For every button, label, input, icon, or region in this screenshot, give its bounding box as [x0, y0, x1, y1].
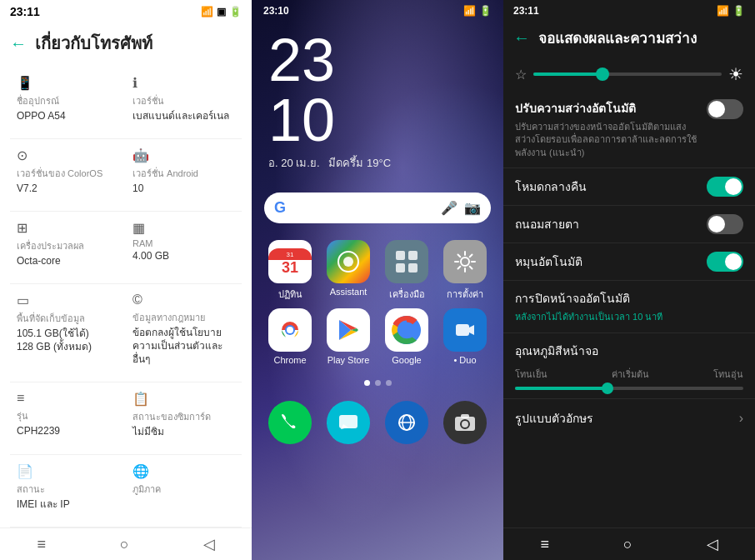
- color-temp-slider[interactable]: [515, 387, 743, 390]
- app-calendar[interactable]: 31 31 ปฏิทิน: [264, 240, 316, 302]
- info-region[interactable]: 🌐 ภูมิภาค: [126, 455, 242, 528]
- page-dots: [252, 380, 503, 386]
- about-phone-panel: 23:11 📶 ▣ 🔋 ← เกี่ยวกับโทรศัพท์ 📱 ชื่ออุ…: [0, 0, 252, 560]
- processor-value: Octa-core: [17, 255, 119, 268]
- status-label: สถานะ: [17, 482, 119, 497]
- brightness-low-icon: ☆: [515, 67, 527, 82]
- info-model[interactable]: ≡ รุ่น CPH2239: [10, 382, 126, 455]
- status-icons-2: 📶 🔋: [463, 5, 492, 17]
- phone-icon: 📱: [17, 75, 119, 91]
- auto-brightness-desc: ปรับความสว่างของหน้าจออัตโนมัติตามแสงสว่…: [515, 121, 700, 159]
- back-nav-button-1[interactable]: ◁: [203, 535, 215, 553]
- color-temp-title: อุณหภูมิสีหน้าจอ: [515, 342, 743, 360]
- info-processor[interactable]: ⊞ เครื่องประมวลผล Octa-core: [10, 212, 126, 284]
- camera-search-icon[interactable]: 📷: [464, 200, 481, 216]
- home-button-3[interactable]: ○: [623, 536, 632, 553]
- info-status[interactable]: 📄 สถานะ IMEI และ IP: [10, 455, 126, 528]
- svg-point-6: [461, 258, 469, 266]
- status-bar-2: 23:10 📶 🔋: [252, 0, 503, 22]
- status-time-1: 23:11: [10, 5, 40, 18]
- info-storage[interactable]: ▭ พื้นที่จัดเก็บข้อมูล 105.1 GB(ใช้ได้)1…: [10, 284, 126, 382]
- svg-rect-2: [396, 251, 405, 260]
- app-settings[interactable]: การตั้งค่า: [439, 240, 491, 302]
- device-name-value: OPPO A54: [17, 110, 119, 123]
- legal-label: ข้อมูลทางกฎหมาย: [132, 310, 235, 325]
- auto-brightness-toggle[interactable]: [707, 99, 743, 119]
- menu-button-1[interactable]: ≡: [37, 536, 46, 553]
- sim-label: สถานะของซิมการ์ด: [132, 409, 235, 424]
- dock-camera[interactable]: [439, 401, 491, 444]
- auto-rotate-toggle[interactable]: [707, 252, 743, 272]
- phone-icon-dock: [268, 401, 312, 444]
- status-icon-item: 📄: [17, 463, 119, 479]
- app-assistant-label: Assistant: [330, 287, 368, 297]
- status-icons-3: 📶 🔋: [717, 5, 745, 17]
- ram-icon: ▦: [132, 220, 235, 236]
- home-screen-panel: 23:10 📶 🔋 23 10 อ. 20 เม.ย. มีดครึ้ม 19°…: [252, 0, 503, 560]
- info-version[interactable]: ℹ เวอร์ชั่น เบสแบนด์และเคอร์เนล: [126, 67, 242, 139]
- info-device-name[interactable]: 📱 ชื่ออุปกรณ์ OPPO A54: [10, 67, 126, 139]
- back-nav-button-3[interactable]: ◁: [707, 535, 718, 553]
- back-button-1[interactable]: ←: [10, 34, 27, 53]
- battery-icon: 🔋: [229, 6, 242, 18]
- eye-protection-title: ถนอมสายตา: [515, 215, 707, 233]
- storage-value: 105.1 GB(ใช้ได้)128 GB (ทั้งหมด): [17, 328, 119, 353]
- dock-bar: [252, 394, 503, 451]
- chevron-right-icon: ›: [739, 411, 743, 426]
- eye-protection-toggle[interactable]: [707, 214, 743, 234]
- playstore-icon: [327, 308, 370, 352]
- svg-point-1: [343, 257, 353, 267]
- svg-rect-4: [396, 263, 405, 272]
- bottom-nav-1: ≡ ○ ◁: [0, 528, 252, 560]
- info-android[interactable]: 🤖 เวอร์ชั่น Android 10: [126, 139, 242, 212]
- app-tools[interactable]: เครื่องมือ: [381, 240, 432, 302]
- page-title-1: เกี่ยวกับโทรศัพท์: [35, 30, 152, 57]
- page-title-3: จอแสดงผลและความสว่าง: [538, 27, 697, 49]
- info-coloros[interactable]: ⊙ เวอร์ชั่นของ ColorOS V7.2: [10, 139, 126, 212]
- night-mode-toggle[interactable]: [707, 177, 743, 197]
- home-button-1[interactable]: ○: [120, 536, 129, 553]
- android-label: เวอร์ชั่น Android: [132, 166, 235, 181]
- status-time-2: 23:10: [263, 5, 289, 17]
- coloros-label: เวอร์ชั่นของ ColorOS: [17, 166, 119, 181]
- dock-browser[interactable]: [381, 401, 432, 444]
- search-bar[interactable]: G 🎤 📷: [264, 192, 491, 223]
- google-logo: G: [274, 199, 286, 217]
- app-duo[interactable]: • Duo: [439, 308, 491, 365]
- app-duo-label: • Duo: [453, 355, 476, 365]
- brightness-slider[interactable]: [533, 72, 722, 76]
- microphone-icon[interactable]: 🎤: [441, 200, 458, 216]
- auto-lock-desc: หลังจากไม่ได้ทำงานเป็นเวลา 10 นาที: [515, 309, 662, 324]
- color-temp-thumb[interactable]: [602, 382, 613, 394]
- dock-messages[interactable]: [322, 401, 374, 444]
- back-button-3[interactable]: ←: [513, 28, 530, 48]
- app-assistant[interactable]: Assistant: [322, 240, 374, 302]
- legal-icon: ©: [132, 292, 235, 308]
- font-style-title: รูปแบบตัวอักษร: [515, 409, 593, 428]
- info-legal[interactable]: © ข้อมูลทางกฎหมาย ข้อตกลงผู้ใช้นโยบายควา…: [126, 284, 242, 382]
- info-sim[interactable]: 📋 สถานะของซิมการ์ด ไม่มีซิม: [126, 382, 242, 455]
- app-google-label: Google: [392, 355, 421, 365]
- settings-icon: [443, 240, 487, 283]
- auto-lock-title: การปิดหน้าจออัตโนมัติ: [515, 289, 630, 308]
- auto-lock-row: การปิดหน้าจออัตโนมัติ หลังจากไม่ได้ทำงาน…: [503, 281, 755, 333]
- ram-label: RAM: [132, 238, 235, 248]
- rotate-toggle-thumb: [725, 253, 742, 270]
- google-icon: [385, 308, 428, 352]
- display-settings-panel: 23:11 📶 🔋 ← จอแสดงผลและความสว่าง ☆ ☀ ปรั…: [503, 0, 755, 560]
- region-icon: 🌐: [132, 463, 235, 479]
- status-bar-1: 23:11 📶 ▣ 🔋: [0, 0, 252, 23]
- brightness-thumb[interactable]: [596, 68, 609, 81]
- dot-2: [375, 380, 381, 386]
- app-google[interactable]: Google: [381, 308, 432, 365]
- app-playstore[interactable]: Play Store: [322, 308, 374, 365]
- auto-rotate-title: หมุนอัตโนมัติ: [515, 252, 707, 271]
- font-style-row[interactable]: รูปแบบตัวอักษร ›: [503, 399, 755, 438]
- bottom-nav-3: ≡ ○ ◁: [503, 528, 755, 560]
- status-time-3: 23:11: [513, 5, 539, 17]
- menu-button-3[interactable]: ≡: [540, 536, 549, 553]
- svg-rect-3: [408, 251, 418, 260]
- app-chrome[interactable]: Chrome: [264, 308, 316, 365]
- dock-phone[interactable]: [264, 401, 316, 444]
- info-ram[interactable]: ▦ RAM 4.00 GB: [126, 212, 242, 284]
